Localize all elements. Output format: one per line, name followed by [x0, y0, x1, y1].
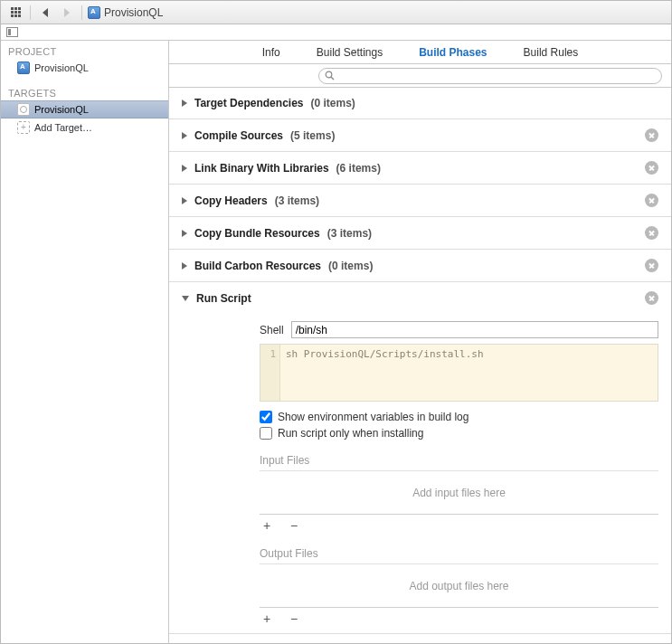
phase-title: Build Carbon Resources: [194, 260, 321, 272]
breadcrumb[interactable]: ProvisionQL: [88, 6, 163, 19]
phase-title: Copy Bundle Resources: [194, 227, 320, 240]
phase-count: (0 items): [310, 97, 355, 109]
separator: [81, 5, 82, 20]
disclosure-triangle-icon[interactable]: [182, 296, 189, 301]
disclosure-triangle-icon[interactable]: [182, 132, 187, 139]
phase-title: Copy Headers: [194, 194, 268, 207]
phase-row[interactable]: Copy Headers (3 items): [169, 185, 671, 217]
disclosure-triangle-icon[interactable]: [182, 262, 187, 270]
phase-count: (0 items): [328, 260, 373, 272]
tab-info[interactable]: Info: [262, 46, 280, 59]
phase-count: (3 items): [327, 227, 372, 240]
tab-build-phases[interactable]: Build Phases: [419, 46, 487, 59]
run-only-install-label: Run script only when installing: [278, 427, 423, 440]
disclosure-triangle-icon[interactable]: [182, 165, 187, 172]
search-row: [169, 64, 671, 88]
phase-run-script: Run Script Shell 1 sh ProvisionQL/Script…: [169, 282, 671, 634]
sidebar-project-name: ProvisionQL: [34, 62, 89, 73]
project-icon: [88, 6, 100, 19]
top-toolbar: ProvisionQL: [1, 1, 671, 24]
delete-phase-button[interactable]: [645, 194, 658, 207]
output-files-section: Output Files Add output files here + −: [260, 544, 658, 626]
remove-output-file-button[interactable]: −: [287, 611, 301, 626]
phase-row[interactable]: Target Dependencies (0 items): [169, 88, 671, 119]
script-editor[interactable]: 1 sh ProvisionQL/Scripts/install.sh: [260, 344, 658, 402]
delete-phase-button[interactable]: [645, 226, 658, 240]
disclosure-triangle-icon[interactable]: [182, 230, 187, 237]
input-files-header: Input Files: [260, 450, 658, 471]
sidebar-header-project: PROJECT: [1, 41, 168, 59]
line-number: 1: [260, 345, 280, 401]
phase-title: Compile Sources: [194, 129, 283, 142]
phase-title: Target Dependencies: [194, 97, 303, 109]
phase-row[interactable]: Compile Sources (5 items): [169, 119, 671, 152]
sidebar-target-item[interactable]: ProvisionQL: [1, 100, 168, 118]
svg-point-0: [326, 71, 332, 78]
phase-row[interactable]: Build Carbon Resources (0 items): [169, 250, 671, 282]
search-icon: [325, 71, 335, 80]
delete-phase-button[interactable]: [645, 128, 658, 142]
add-input-file-button[interactable]: +: [260, 518, 274, 533]
input-files-section: Input Files Add input files here + −: [260, 450, 658, 533]
nav-forward-button[interactable]: [58, 5, 76, 21]
svg-line-1: [331, 77, 334, 80]
disclosure-triangle-icon[interactable]: [182, 197, 187, 204]
editor-content: Info Build Settings Build Phases Build R…: [169, 41, 671, 643]
run-script-body: Shell 1 sh ProvisionQL/Scripts/install.s…: [169, 314, 671, 633]
delete-phase-button[interactable]: [645, 259, 658, 272]
project-sidebar: PROJECT ProvisionQL TARGETS ProvisionQL …: [1, 41, 169, 643]
phase-count: (5 items): [290, 129, 335, 142]
shell-label: Shell: [260, 324, 284, 336]
shell-input[interactable]: [291, 321, 658, 338]
phase-row[interactable]: Link Binary With Libraries (6 items): [169, 152, 671, 185]
phase-row[interactable]: Copy Bundle Resources (3 items): [169, 217, 671, 250]
output-files-header: Output Files: [260, 544, 658, 564]
build-phases-list: Target Dependencies (0 items) Compile So…: [169, 88, 671, 643]
search-input[interactable]: [338, 71, 656, 81]
search-field[interactable]: [318, 68, 662, 84]
related-items-button[interactable]: [6, 5, 24, 21]
tab-build-rules[interactable]: Build Rules: [524, 46, 579, 59]
input-files-dropzone[interactable]: Add input files here: [260, 471, 658, 515]
phase-title: Run Script: [196, 292, 251, 305]
target-icon: [17, 103, 30, 116]
sidebar-header-targets: TARGETS: [1, 82, 168, 100]
editor-tabbar: Info Build Settings Build Phases Build R…: [169, 41, 671, 64]
output-files-dropzone[interactable]: Add output files here: [260, 564, 658, 608]
breadcrumb-title: ProvisionQL: [104, 6, 163, 19]
remove-input-file-button[interactable]: −: [287, 518, 301, 533]
show-env-checkbox[interactable]: [260, 411, 272, 423]
editor-subbar: [1, 24, 671, 41]
sidebar-add-target[interactable]: + Add Target…: [1, 118, 168, 137]
editor-layout-button[interactable]: [6, 27, 18, 37]
disclosure-triangle-icon[interactable]: [182, 99, 187, 107]
sidebar-add-target-label: Add Target…: [34, 122, 92, 133]
phase-count: (3 items): [275, 194, 319, 207]
sidebar-target-name: ProvisionQL: [34, 104, 89, 115]
project-icon: [17, 62, 30, 74]
add-icon: +: [17, 121, 30, 134]
delete-phase-button[interactable]: [645, 161, 658, 175]
separator: [30, 5, 31, 20]
sidebar-project-item[interactable]: ProvisionQL: [1, 59, 168, 77]
run-only-install-checkbox[interactable]: [260, 427, 272, 440]
phase-row[interactable]: Run Script: [169, 282, 671, 314]
show-env-label: Show environment variables in build log: [278, 411, 469, 423]
delete-phase-button[interactable]: [645, 291, 658, 305]
phase-count: (6 items): [336, 162, 381, 175]
tab-build-settings[interactable]: Build Settings: [317, 46, 383, 59]
phase-title: Link Binary With Libraries: [194, 162, 329, 175]
script-code: sh ProvisionQL/Scripts/install.sh: [280, 345, 658, 401]
nav-back-button[interactable]: [36, 5, 54, 21]
add-output-file-button[interactable]: +: [260, 611, 274, 626]
